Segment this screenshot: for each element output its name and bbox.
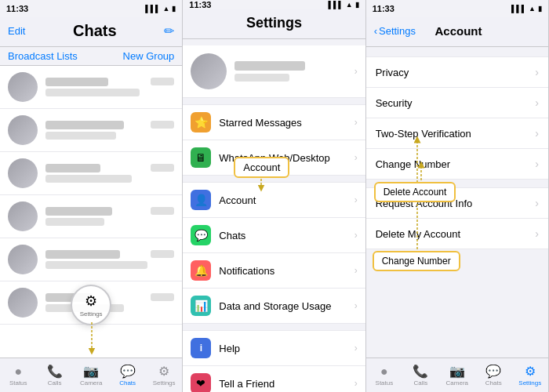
- chevron-icon: ›: [354, 152, 358, 163]
- chevron-icon: ›: [354, 343, 358, 354]
- change-number-item[interactable]: Change Number ›: [366, 149, 548, 180]
- chats-panel: 11:33 ▌▌▌ ▲ ▮ Edit Chats ✏ Broadcast Lis…: [0, 0, 183, 392]
- two-step-item[interactable]: Two-Step Verification ›: [366, 118, 548, 149]
- tab-chats-a[interactable]: 💬 Chats: [475, 358, 511, 392]
- avatar: [8, 72, 38, 102]
- tab-status[interactable]: ● Status: [0, 358, 36, 392]
- settings-circle[interactable]: ⚙ Settings: [71, 285, 111, 325]
- help-icon: i: [191, 338, 211, 358]
- chats-tab-icon-a: 💬: [485, 364, 501, 379]
- starred-messages-item[interactable]: ⭐ Starred Messages ›: [183, 104, 365, 140]
- tab-bar-chats: ● Status 📞 Calls 📷 Camera 💬 Chats ⚙ Sett…: [0, 358, 182, 392]
- chats-tab-icon: 💬: [120, 364, 136, 379]
- chevron-icon: ›: [354, 230, 358, 241]
- delete-account-chevron: ›: [535, 227, 539, 240]
- chevron-icon: ›: [354, 265, 358, 276]
- avatar: [8, 288, 38, 318]
- camera-tab-icon-a: 📷: [449, 364, 465, 379]
- status-tab-icon-a: ●: [380, 365, 388, 379]
- status-tab-label-a: Status: [376, 379, 394, 387]
- chat-item[interactable]: [0, 66, 182, 109]
- nav-bar-chats: Edit Chats ✏: [0, 17, 182, 47]
- avatar: [8, 115, 38, 145]
- storage-item[interactable]: 📊 Data and Storage Usage ›: [183, 289, 365, 324]
- request-info-label: Request Account Info: [376, 198, 473, 209]
- web-label: WhatsApp Web/Desktop: [219, 152, 346, 164]
- delete-account-item[interactable]: Delete My Account ›: [366, 219, 548, 249]
- settings-tab-icon-a: ⚙: [525, 364, 536, 379]
- security-label: Security: [376, 97, 413, 109]
- calls-tab-icon: 📞: [47, 364, 63, 379]
- settings-tab-label-a: Settings: [518, 379, 541, 387]
- chats-settings-label: Chats: [219, 230, 346, 241]
- chat-item[interactable]: [0, 195, 182, 238]
- settings-list-3: i Help › ❤ Tell a Friend ›: [183, 330, 365, 392]
- chat-item[interactable]: [0, 238, 182, 281]
- notifications-icon: 🔔: [191, 260, 211, 281]
- chat-item[interactable]: [0, 109, 182, 152]
- chat-item[interactable]: [0, 152, 182, 195]
- privacy-item[interactable]: Privacy ›: [366, 56, 548, 88]
- account-item[interactable]: 👤 Account ›: [183, 182, 365, 218]
- tell-friend-item[interactable]: ❤ Tell a Friend ›: [183, 366, 365, 392]
- help-item[interactable]: i Help ›: [183, 330, 365, 366]
- delete-account-label: Delete My Account: [376, 228, 460, 240]
- back-button[interactable]: ‹ Settings: [374, 25, 416, 37]
- battery-icon-a: ▮: [538, 5, 542, 13]
- signal-icon: ▌▌▌: [145, 5, 160, 13]
- account-menu-2: Request Account Info › Delete My Account…: [366, 187, 548, 249]
- edit-button[interactable]: Edit: [8, 25, 25, 37]
- settings-circle-label: Settings: [80, 310, 103, 318]
- notifications-label: Notifications: [219, 265, 346, 277]
- compose-icon[interactable]: ✏: [164, 24, 174, 38]
- chats-title: Chats: [73, 22, 117, 40]
- status-time-settings: 11:33: [189, 0, 211, 9]
- status-icons-account: ▌▌▌ ▲ ▮: [511, 5, 542, 13]
- chevron-icon: ›: [354, 194, 358, 205]
- tab-settings[interactable]: ⚙ Settings: [146, 358, 182, 392]
- account-panel: 11:33 ▌▌▌ ▲ ▮ ‹ Settings Account Privacy…: [366, 0, 549, 392]
- tab-camera-a[interactable]: 📷 Camera: [439, 358, 475, 392]
- profile-area[interactable]: ›: [183, 45, 365, 98]
- avatar: [8, 245, 38, 274]
- status-bar-settings: 11:33 ▌▌▌ ▲ ▮: [183, 0, 365, 9]
- storage-icon: 📊: [191, 296, 211, 316]
- chevron-icon: ›: [354, 117, 358, 128]
- account-nav-title: Account: [434, 24, 482, 38]
- status-time-account: 11:33: [373, 4, 394, 13]
- tab-camera[interactable]: 📷 Camera: [73, 358, 109, 392]
- chats-settings-icon: 💬: [191, 225, 211, 245]
- avatar: [8, 201, 38, 231]
- security-item[interactable]: Security ›: [366, 88, 548, 118]
- back-chevron-icon: ‹: [374, 25, 377, 37]
- broadcast-lists-link[interactable]: Broadcast Lists: [8, 50, 78, 62]
- chevron-icon: ›: [354, 300, 358, 311]
- status-tab-label: Status: [9, 379, 27, 387]
- whatsapp-web-item[interactable]: 🖥 WhatsApp Web/Desktop ›: [183, 140, 365, 176]
- settings-list-2: 👤 Account › 💬 Chats › 🔔 Notifications › …: [183, 182, 365, 324]
- request-info-chevron: ›: [535, 197, 539, 209]
- help-label: Help: [219, 343, 346, 354]
- camera-tab-icon: 📷: [83, 364, 99, 379]
- calls-tab-label: Calls: [48, 379, 62, 387]
- tab-chats[interactable]: 💬 Chats: [109, 358, 145, 392]
- storage-label: Data and Storage Usage: [219, 300, 346, 312]
- new-group-link[interactable]: New Group: [123, 50, 175, 62]
- security-chevron: ›: [535, 96, 539, 109]
- tab-status-a[interactable]: ● Status: [366, 358, 402, 392]
- wifi-icon: ▲: [162, 5, 169, 13]
- nav-bar-account: ‹ Settings Account: [366, 17, 548, 47]
- request-info-item[interactable]: Request Account Info ›: [366, 187, 548, 219]
- tab-settings-a[interactable]: ⚙ Settings: [512, 358, 548, 392]
- starred-icon: ⭐: [191, 112, 211, 132]
- settings-tab-label: Settings: [153, 379, 176, 387]
- battery-icon: ▮: [172, 5, 176, 13]
- chats-item[interactable]: 💬 Chats ›: [183, 218, 365, 253]
- notifications-item[interactable]: 🔔 Notifications ›: [183, 253, 365, 289]
- two-step-chevron: ›: [535, 127, 539, 140]
- change-number-chevron: ›: [535, 158, 539, 170]
- tab-calls-a[interactable]: 📞 Calls: [402, 358, 438, 392]
- wifi-icon: ▲: [346, 1, 353, 9]
- starred-label: Starred Messages: [219, 117, 346, 129]
- tab-calls[interactable]: 📞 Calls: [36, 358, 72, 392]
